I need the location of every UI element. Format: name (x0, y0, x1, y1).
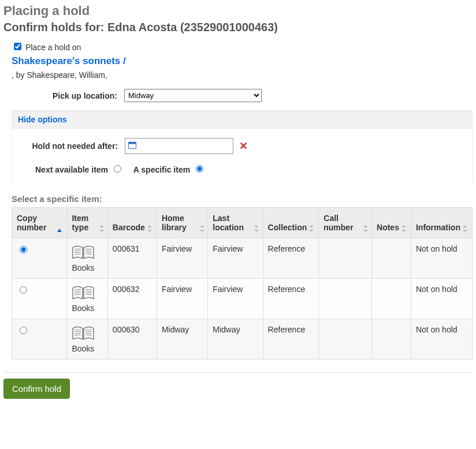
specific-item-radio[interactable] (196, 165, 203, 173)
home-library: Fairview (157, 279, 207, 319)
item-select-radio[interactable] (20, 286, 27, 294)
call-number (319, 279, 372, 319)
item-type: Books (72, 304, 94, 313)
item-type: Books (72, 344, 94, 353)
page-heading: Placing a hold (3, 3, 473, 18)
hold-not-needed-after-input[interactable] (125, 138, 233, 154)
sort-icon (200, 225, 203, 232)
col-last-location[interactable]: Last location (208, 208, 263, 238)
clear-date-icon[interactable]: ✕ (239, 140, 248, 152)
divider (3, 372, 473, 373)
item-select-radio[interactable] (20, 246, 27, 253)
sort-icon (99, 225, 103, 232)
patron-name: Edna Acosta (107, 21, 177, 33)
confirm-hold-button[interactable]: Confirm hold (3, 379, 70, 399)
table-row: Books000631FairviewFairviewReferenceNot … (12, 238, 473, 279)
last-location: Fairview (208, 279, 263, 319)
bib-byline: , by Shakespeare, William, (12, 70, 473, 80)
col-notes[interactable]: Notes (372, 208, 411, 238)
hold-not-needed-after-label: Hold not needed after: (12, 141, 125, 151)
call-number (319, 238, 372, 279)
collection: Reference (263, 279, 319, 319)
col-copy-number[interactable]: Copy number (12, 208, 67, 238)
collection: Reference (263, 319, 319, 360)
next-available-label[interactable]: Next available item (35, 165, 125, 174)
home-library: Fairview (157, 238, 207, 279)
col-home-library[interactable]: Home library (157, 208, 207, 238)
col-call-number[interactable]: Call number (319, 208, 372, 238)
table-row: Books000632FairviewFairviewReferenceNot … (12, 279, 473, 319)
barcode: 000631 (107, 238, 157, 279)
specific-item-label[interactable]: A specific item (133, 165, 205, 174)
sort-icon (401, 225, 406, 232)
toggle-options-link[interactable]: Hide options (18, 115, 67, 124)
information: Not on hold (411, 319, 472, 360)
notes (372, 238, 411, 279)
notes (372, 319, 411, 360)
col-item-type[interactable]: Item type (67, 208, 107, 238)
item-select-radio[interactable] (20, 327, 27, 334)
book-icon (72, 244, 102, 262)
home-library: Midway (157, 319, 207, 360)
information: Not on hold (411, 238, 472, 279)
last-location: Midway (208, 319, 263, 360)
sort-asc-icon (57, 229, 62, 232)
confirm-prefix: Confirm holds for: (3, 21, 107, 33)
pickup-location-label: Pick up location: (12, 91, 124, 100)
item-type: Books (72, 263, 94, 272)
sort-icon (309, 225, 314, 232)
col-information[interactable]: Information (411, 208, 472, 238)
information: Not on hold (411, 279, 472, 319)
confirm-heading: Confirm holds for: Edna Acosta (23529001… (3, 21, 473, 34)
next-available-radio[interactable] (114, 165, 121, 173)
collection: Reference (263, 238, 319, 279)
last-location: Fairview (208, 238, 263, 279)
barcode: 000630 (107, 319, 157, 360)
place-hold-label: Place a hold on (25, 43, 81, 52)
call-number (319, 319, 372, 360)
items-table: Copy number Item type Barcode Home libra… (12, 207, 473, 360)
sort-icon (363, 225, 367, 232)
select-specific-item-label: Select a specific item: (12, 194, 473, 204)
patron-card: 23529001000463 (184, 21, 274, 33)
place-hold-checkbox[interactable] (14, 43, 21, 50)
pickup-location-select[interactable]: Midway (124, 89, 262, 102)
sort-icon (463, 225, 467, 232)
bib-title-link[interactable]: Shakespeare's sonnets / (12, 55, 126, 67)
notes (372, 279, 411, 319)
table-row: Books000630MidwayMidwayReferenceNot on h… (12, 319, 473, 360)
sort-icon (147, 225, 152, 232)
col-collection[interactable]: Collection (263, 208, 319, 238)
sort-icon (254, 225, 258, 232)
book-icon (72, 285, 102, 302)
col-barcode[interactable]: Barcode (107, 208, 157, 238)
barcode: 000632 (107, 279, 157, 319)
book-icon (72, 325, 102, 343)
